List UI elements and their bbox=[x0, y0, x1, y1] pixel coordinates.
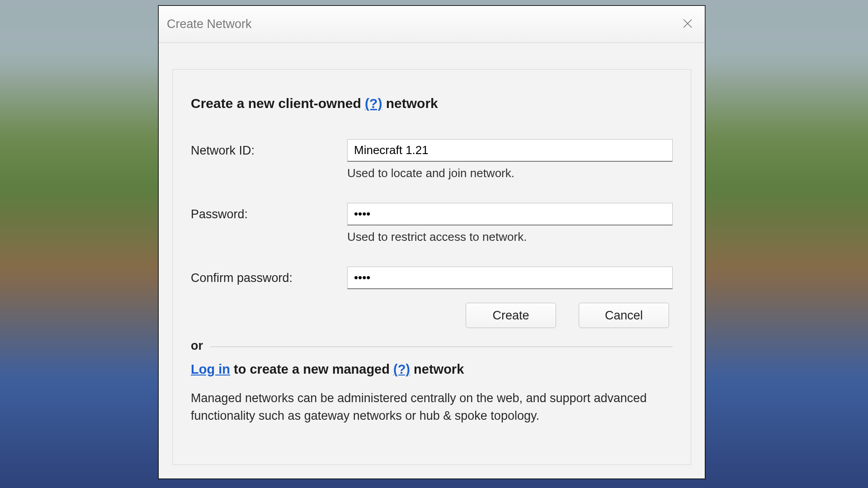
divider-line bbox=[210, 347, 673, 347]
login-link[interactable]: Log in bbox=[191, 362, 230, 376]
confirm-password-input[interactable] bbox=[347, 267, 673, 289]
confirm-password-label: Confirm password: bbox=[191, 267, 347, 285]
create-network-dialog: Create Network Create a new client-owned… bbox=[158, 5, 705, 479]
confirm-password-row: Confirm password: bbox=[191, 267, 673, 289]
heading-suffix: network bbox=[382, 96, 438, 111]
close-icon bbox=[682, 18, 693, 31]
heading-prefix: Create a new client-owned bbox=[191, 96, 365, 111]
or-label: or bbox=[191, 339, 210, 353]
dialog-titlebar: Create Network bbox=[159, 6, 705, 43]
password-row: Password: Used to restrict access to net… bbox=[191, 203, 673, 263]
section-heading: Create a new client-owned (?) network bbox=[191, 96, 673, 111]
create-button[interactable]: Create bbox=[466, 303, 556, 328]
password-label: Password: bbox=[191, 203, 347, 221]
network-id-row: Network ID: Used to locate and join netw… bbox=[191, 139, 673, 199]
button-row: Create Cancel bbox=[191, 303, 673, 328]
or-divider: or bbox=[191, 339, 673, 353]
network-id-input[interactable] bbox=[347, 139, 673, 162]
managed-description: Managed networks can be administered cen… bbox=[191, 389, 665, 425]
managed-suffix: network bbox=[410, 362, 464, 376]
dialog-title: Create Network bbox=[167, 17, 252, 31]
dialog-body: Create a new client-owned (?) network Ne… bbox=[172, 69, 691, 465]
network-id-hint: Used to locate and join network. bbox=[347, 166, 673, 180]
password-hint: Used to restrict access to network. bbox=[347, 230, 673, 244]
managed-mid: to create a new managed bbox=[230, 362, 393, 376]
cancel-button[interactable]: Cancel bbox=[579, 303, 669, 328]
network-id-label: Network ID: bbox=[191, 139, 347, 158]
password-input[interactable] bbox=[347, 203, 673, 225]
managed-heading: Log in to create a new managed (?) netwo… bbox=[191, 362, 673, 377]
managed-help-link[interactable]: (?) bbox=[393, 362, 410, 376]
close-button[interactable] bbox=[679, 15, 697, 33]
client-owned-help-link[interactable]: (?) bbox=[365, 96, 382, 111]
